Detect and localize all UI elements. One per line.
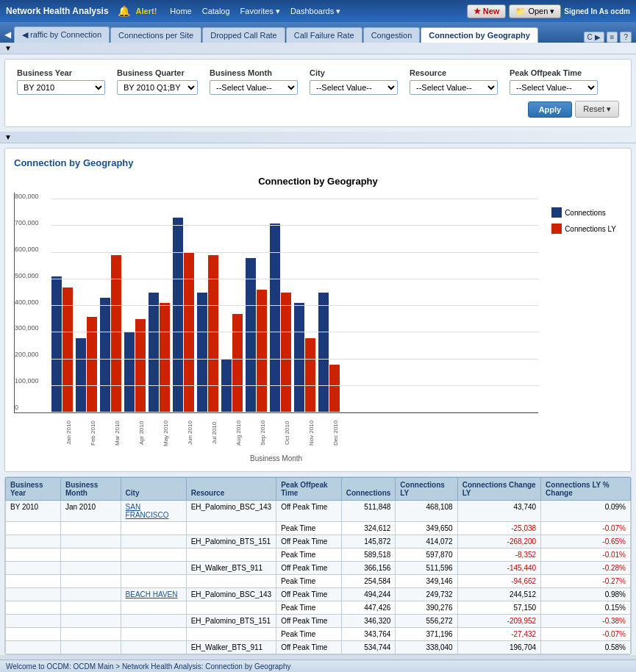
bar-connections[interactable] bbox=[318, 293, 329, 412]
data-table-section: Business Year Business Month City Resour… bbox=[4, 476, 632, 655]
td-city[interactable]: BEACH HAVEN bbox=[121, 588, 186, 601]
folder-icon: 📁 bbox=[515, 7, 526, 16]
bar-chart-container: 0100,000200,000300,000400,000500,000600,… bbox=[14, 193, 538, 462]
open-button[interactable]: 📁 Open ▾ bbox=[509, 4, 561, 18]
apply-button[interactable]: Apply bbox=[528, 101, 573, 118]
resource-select[interactable]: --Select Value-- bbox=[410, 80, 498, 95]
bar-connections-ly[interactable] bbox=[281, 293, 291, 412]
bar-connections[interactable] bbox=[246, 258, 256, 412]
bar-connections[interactable] bbox=[149, 293, 159, 412]
app-title: Network Health Analysis bbox=[6, 6, 109, 16]
filter-collapse-bar[interactable]: ▼ bbox=[0, 43, 636, 54]
bar-group[interactable] bbox=[173, 218, 194, 412]
td-city[interactable]: SAN FRANCISCO bbox=[121, 501, 186, 522]
reset-button[interactable]: Reset ▾ bbox=[575, 101, 619, 118]
legend-blue-box bbox=[551, 207, 562, 218]
bar-connections[interactable] bbox=[173, 218, 183, 412]
td-resource: EH_Palomino_BSC_143 bbox=[186, 588, 276, 601]
td-resource: EH_Walker_BTS_911 bbox=[186, 641, 276, 654]
nav-favorites[interactable]: Favorites ▾ bbox=[236, 5, 285, 18]
bar-connections-ly[interactable] bbox=[257, 290, 267, 412]
tab-list-icon[interactable]: ≡ bbox=[607, 32, 618, 43]
tab-dropped-call-rate[interactable]: Dropped Call Rate bbox=[202, 27, 285, 43]
tab-label: Connection by Geography bbox=[429, 31, 530, 40]
td-resource bbox=[186, 548, 276, 562]
business-month-select[interactable]: --Select Value-- bbox=[210, 80, 298, 95]
filter-business-month: Business Month --Select Value-- bbox=[210, 68, 298, 95]
y-axis-label: 500,000 bbox=[15, 272, 39, 279]
bar-group[interactable] bbox=[149, 293, 170, 412]
bar-group[interactable] bbox=[246, 258, 267, 412]
tab-connections-per-site[interactable]: Connections per Site bbox=[110, 27, 201, 43]
filter-business-year: Business Year BY 2010 bbox=[17, 68, 105, 95]
td-change: -27,432 bbox=[457, 628, 540, 641]
tab-label: Call Failure Rate bbox=[294, 31, 354, 40]
tab-help-icon[interactable]: ? bbox=[620, 32, 632, 43]
tabs-bar: ◀ ◀ raffic by Connection Connections per… bbox=[0, 22, 636, 43]
bar-connections-ly[interactable] bbox=[184, 253, 194, 413]
chart-collapse-bar[interactable]: ▼ bbox=[0, 132, 636, 143]
bar-connections-ly[interactable] bbox=[87, 317, 97, 413]
city-select[interactable]: --Select Value-- bbox=[310, 80, 398, 95]
bar-group[interactable] bbox=[318, 293, 340, 412]
tab-congestion[interactable]: Congestion bbox=[363, 27, 421, 43]
tab-scroll-left[interactable]: ◀ bbox=[1, 26, 14, 43]
business-quarter-select[interactable]: BY 2010 Q1;BY 2C... bbox=[117, 80, 198, 95]
x-axis-labels: Jan 2010Feb 2010Mar 2010Apr 2010May 2010… bbox=[14, 415, 538, 451]
table-row: Peak Time447,426390,27657,1500.15% bbox=[6, 601, 631, 615]
td-business-month bbox=[60, 548, 121, 562]
bar-connections-ly[interactable] bbox=[135, 319, 146, 412]
bar-connections-ly[interactable] bbox=[62, 287, 73, 412]
bar-connections[interactable] bbox=[51, 276, 62, 412]
tab-connection-by-geography[interactable]: Connection by Geography bbox=[421, 27, 538, 43]
table-row: EH_Palomino_BTS_151Off Peak Time145,8724… bbox=[6, 535, 631, 548]
tab-call-failure-rate[interactable]: Call Failure Rate bbox=[286, 27, 362, 43]
new-icon: ★ bbox=[474, 7, 481, 16]
alert-text[interactable]: Alert! bbox=[136, 7, 157, 15]
th-resource: Resource bbox=[186, 478, 276, 501]
td-business-month bbox=[60, 601, 121, 615]
x-axis-label: Jul 2010 bbox=[196, 415, 218, 451]
bar-connections-ly[interactable] bbox=[329, 365, 340, 412]
table-row: Peak Time343,764371,196-27,432-0.07% bbox=[6, 628, 631, 641]
y-axis-label: 0 bbox=[15, 404, 39, 411]
peak-offpeak-select[interactable]: --Select Value-- bbox=[510, 80, 598, 95]
td-business-month bbox=[60, 562, 121, 575]
y-axis-label: 200,000 bbox=[15, 351, 39, 358]
tab-label: Congestion bbox=[371, 31, 412, 40]
chart-title: Connection by Geography bbox=[14, 176, 622, 187]
nav-dashboards[interactable]: Dashboards ▾ bbox=[286, 5, 345, 18]
td-connections: 145,872 bbox=[341, 535, 396, 548]
tab-label: Connections per Site bbox=[118, 31, 193, 40]
bar-connections[interactable] bbox=[124, 332, 135, 412]
bar-group[interactable] bbox=[221, 314, 243, 412]
td-change: -145,440 bbox=[457, 562, 540, 575]
table-row: BEACH HAVENEH_Palomino_BSC_143Off Peak T… bbox=[6, 588, 631, 601]
td-business-month: Jan 2010 bbox=[60, 501, 121, 522]
th-connections: Connections bbox=[341, 478, 396, 501]
new-button[interactable]: ★ New bbox=[467, 4, 507, 18]
tab-traffic-by-connection[interactable]: ◀ raffic by Connection bbox=[14, 26, 110, 43]
x-axis-label: Oct 2010 bbox=[269, 415, 290, 451]
td-change: 196,704 bbox=[457, 641, 540, 654]
bar-chart-wrap: 0100,000200,000300,000400,000500,000600,… bbox=[14, 193, 538, 413]
bar-group[interactable] bbox=[51, 276, 73, 412]
chart-main: 0100,000200,000300,000400,000500,000600,… bbox=[14, 193, 538, 462]
nav-catalog[interactable]: Catalog bbox=[198, 5, 235, 17]
bar-group[interactable] bbox=[124, 319, 146, 412]
bar-connections[interactable] bbox=[197, 293, 207, 412]
bar-connections[interactable] bbox=[221, 360, 232, 413]
bar-connections-ly[interactable] bbox=[232, 314, 243, 412]
business-year-select[interactable]: BY 2010 bbox=[17, 80, 105, 95]
table-row: Peak Time254,584349,146-94,662-0.27% bbox=[6, 575, 631, 588]
bar-connections-ly[interactable] bbox=[305, 338, 315, 413]
chart-legend: Connections Connections LY bbox=[546, 193, 622, 462]
business-month-label: Business Month bbox=[210, 68, 298, 77]
tab-c-scroll[interactable]: C ▶ bbox=[584, 32, 604, 43]
bar-connections[interactable] bbox=[76, 338, 86, 413]
bar-group[interactable] bbox=[76, 317, 97, 413]
nav-home[interactable]: Home bbox=[165, 5, 196, 17]
td-pct-change: -0.38% bbox=[541, 615, 631, 628]
x-axis-label: Feb 2010 bbox=[75, 415, 96, 451]
bar-connections[interactable] bbox=[100, 298, 110, 412]
